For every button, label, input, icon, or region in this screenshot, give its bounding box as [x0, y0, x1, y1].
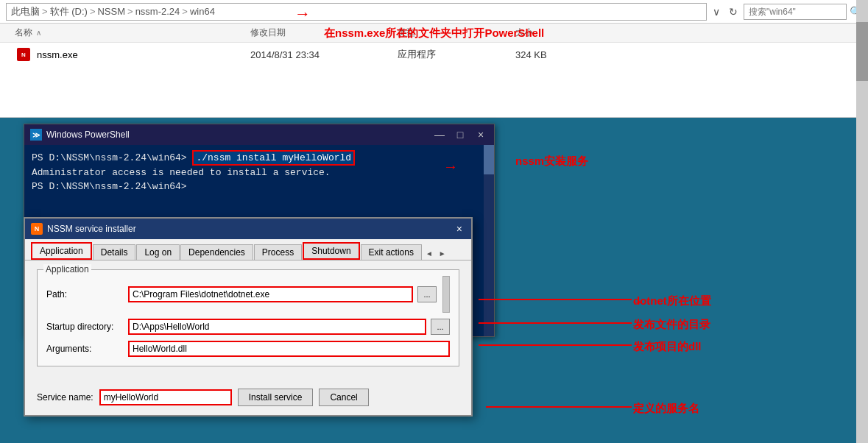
- startup-dir-field: Startup directory: ...: [46, 319, 450, 335]
- path-drive: 软件 (D:): [50, 5, 88, 18]
- nssm-logo-icon: N: [31, 223, 43, 235]
- main-scrollbar[interactable]: [856, 0, 868, 443]
- startup-browse-btn[interactable]: ...: [431, 319, 450, 335]
- path-browse-btn[interactable]: ...: [417, 286, 437, 302]
- startup-input[interactable]: [128, 319, 426, 335]
- file-date-cell: 2014/8/31 23:34: [250, 49, 398, 60]
- arrow-to-install: →: [443, 158, 458, 175]
- arrowhead-service-name: →: [630, 402, 643, 417]
- arrow-service-name: [486, 406, 632, 408]
- ps-command: ./nssm install myHelloWorld: [192, 150, 355, 166]
- tab-application[interactable]: Application: [31, 242, 92, 260]
- arrowhead-publish-dll: →: [630, 340, 643, 355]
- nssm-dialog-title: NSSM service installer: [47, 224, 136, 234]
- ps-scrollbar[interactable]: [484, 145, 494, 336]
- ps-minimize-btn[interactable]: —: [432, 129, 447, 141]
- path-input[interactable]: [128, 286, 413, 302]
- nssm-titlebar: N NSSM service installer ×: [25, 219, 471, 239]
- ps-titlebar: ≫ Windows PowerShell — □ ×: [24, 124, 494, 145]
- annotation-dotnet-path: dotnet所在位置: [633, 294, 711, 308]
- path-label: Path:: [46, 289, 124, 300]
- address-bar: 此电脑 > 软件 (D:) > NSSM > nssm-2.24 > win64…: [0, 0, 868, 24]
- tab-details[interactable]: Details: [93, 244, 136, 260]
- tab-exit-actions[interactable]: Exit actions: [361, 244, 422, 260]
- install-service-btn[interactable]: Install service: [238, 389, 314, 406]
- ps-maximize-btn[interactable]: □: [453, 129, 467, 141]
- main-scrollthumb[interactable]: [856, 22, 868, 81]
- ps-line1: PS D:\NSSM\nssm-2.24\win64> ./nssm insta…: [32, 151, 487, 166]
- path-field: Path: ...: [46, 276, 450, 313]
- cancel-btn[interactable]: Cancel: [319, 389, 368, 406]
- explorer-toolbar-right: ∨ ↻ 🔍: [710, 4, 862, 20]
- path-version: nssm-2.24: [135, 6, 180, 17]
- annotation-publish-dir: 发布文件的目录: [633, 318, 710, 332]
- nssm-content: Application Path: ... Startup directory:…: [25, 261, 471, 384]
- ps-line2: Administrator access is needed to instal…: [32, 166, 487, 180]
- arrow-publish-dir: [479, 322, 632, 324]
- annotation-install-service: nssm安装服务: [515, 155, 588, 169]
- arguments-label: Arguments:: [46, 344, 124, 354]
- application-group: Application Path: ... Startup directory:…: [37, 269, 459, 366]
- tab-scroll-right[interactable]: ►: [436, 247, 449, 260]
- ps-close-btn[interactable]: ×: [473, 129, 488, 141]
- ps-body: PS D:\NSSM\nssm-2.24\win64> ./nssm insta…: [24, 145, 494, 200]
- nssm-dialog: N NSSM service installer × Application D…: [24, 217, 473, 417]
- file-name-cell: N nssm.exe: [15, 47, 250, 62]
- file-size-cell: 324 KB: [515, 49, 604, 60]
- tab-shutdown[interactable]: Shutdown: [303, 242, 359, 260]
- arrow-publish-dll: [479, 344, 632, 346]
- ps-scrollthumb[interactable]: [484, 145, 494, 174]
- path-nssm: NSSM: [97, 6, 125, 17]
- file-type-cell: 应用程序: [398, 48, 515, 61]
- ps-icon: ≫: [30, 129, 42, 141]
- nssm-close-btn[interactable]: ×: [454, 223, 465, 235]
- ps-title: Windows PowerShell: [46, 130, 130, 140]
- file-explorer: 此电脑 > 软件 (D:) > NSSM > nssm-2.24 > win64…: [0, 0, 868, 118]
- file-icon: N: [15, 47, 32, 62]
- arguments-field: Arguments:: [46, 341, 450, 357]
- arguments-input[interactable]: [128, 341, 450, 357]
- arrowhead-dotnet: →: [630, 294, 643, 310]
- col-name-header[interactable]: 名称 ∧: [15, 26, 250, 39]
- refresh-btn[interactable]: ↻: [726, 4, 741, 19]
- path-computer: 此电脑: [11, 5, 40, 18]
- arrowhead-publish-dir: →: [630, 318, 643, 333]
- nssm-bottom: Service name: Install service Cancel: [25, 384, 471, 415]
- search-input[interactable]: [744, 4, 847, 20]
- ps-line3: PS D:\NSSM\nssm-2.24\win64>: [32, 180, 487, 194]
- group-label: Application: [43, 264, 91, 274]
- tab-dependencies[interactable]: Dependencies: [180, 244, 253, 260]
- tab-logon[interactable]: Log on: [136, 244, 180, 260]
- tab-scroll-left[interactable]: ◄: [423, 247, 436, 260]
- back-btn[interactable]: ∨: [710, 4, 723, 19]
- path-win64: win64: [190, 6, 215, 17]
- path-scrollbar[interactable]: [442, 276, 450, 313]
- address-path[interactable]: 此电脑 > 软件 (D:) > NSSM > nssm-2.24 > win64: [6, 3, 707, 21]
- tab-process[interactable]: Process: [254, 244, 302, 260]
- startup-label: Startup directory:: [46, 322, 124, 332]
- file-row-nssm[interactable]: N nssm.exe 2014/8/31 23:34 应用程序 324 KB: [0, 43, 868, 66]
- service-name-label: Service name:: [37, 392, 93, 403]
- annotation-open-powershell: 在nssm.exe所在的文件夹中打开PowerShell: [324, 26, 544, 40]
- service-name-input[interactable]: [99, 389, 232, 405]
- nssm-tabs: Application Details Log on Dependencies …: [25, 239, 471, 261]
- arrow-dotnet: [479, 299, 632, 300]
